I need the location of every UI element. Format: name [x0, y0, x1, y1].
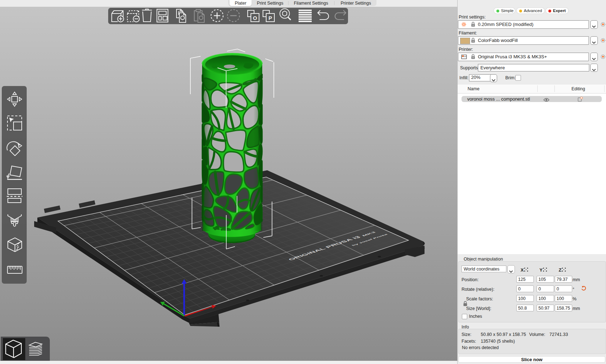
svg-text:O: O: [253, 15, 257, 21]
svg-text:P: P: [268, 15, 272, 21]
